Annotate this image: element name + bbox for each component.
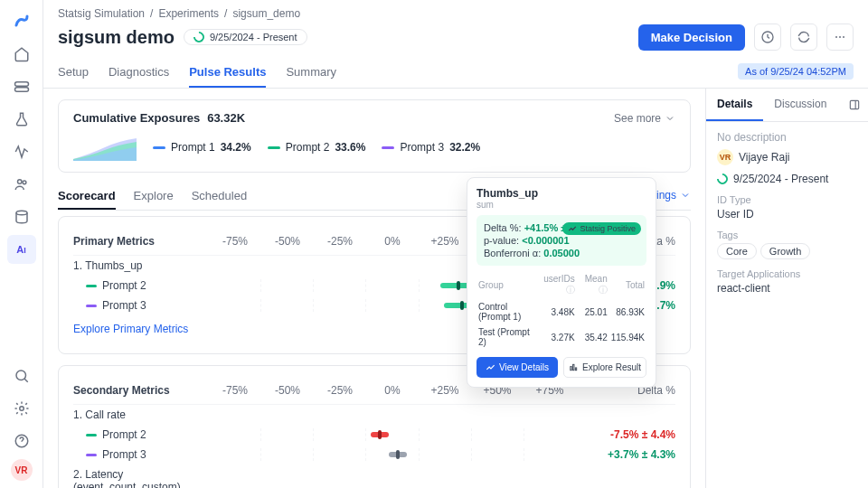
variant-name[interactable]: Prompt 2 bbox=[73, 428, 209, 441]
logo-icon[interactable] bbox=[7, 7, 36, 36]
see-more-link[interactable]: See more bbox=[614, 112, 675, 125]
delta-value: -7.5% ± 4.4% bbox=[576, 428, 675, 441]
status-ring-icon bbox=[191, 30, 206, 45]
refresh-icon[interactable] bbox=[790, 23, 817, 51]
no-description: No description bbox=[717, 131, 857, 144]
exposures-sparkline bbox=[73, 134, 137, 161]
metric-popover: Thumbs_up sum Statsig Positive Delta %: … bbox=[467, 177, 656, 388]
owner-row[interactable]: VR Vijaye Raji bbox=[717, 149, 857, 165]
primary-heading: Primary Metrics bbox=[73, 235, 209, 248]
tab-setup[interactable]: Setup bbox=[58, 58, 89, 88]
metric-name[interactable]: 1. Call rate bbox=[73, 408, 209, 421]
as-of-badge: As of 9/25/24 04:52PM bbox=[738, 63, 854, 80]
chevron-down-icon bbox=[680, 190, 691, 201]
legend-item[interactable]: Prompt 2 33.6% bbox=[268, 141, 366, 154]
tab-diagnostics[interactable]: Diagnostics bbox=[108, 58, 169, 88]
exposures-total: 63.32K bbox=[207, 111, 245, 125]
popover-table: Group userIDs ⓘ Mean ⓘ Total Control (Pr… bbox=[476, 271, 646, 350]
side-date: 9/25/2024 - Present bbox=[717, 173, 857, 185]
svg-point-6 bbox=[19, 407, 24, 411]
svg-rect-1 bbox=[14, 88, 28, 92]
main-tabs: Setup Diagnostics Pulse Results Summary … bbox=[43, 58, 868, 89]
ci-bar bbox=[209, 448, 576, 461]
target-value: react-client bbox=[717, 282, 857, 295]
delta-value: +3.7% ± 4.3% bbox=[576, 448, 675, 461]
crumb[interactable]: sigsum_demo bbox=[232, 7, 300, 20]
popover-title: Thumbs_up bbox=[476, 187, 646, 200]
ci-bar bbox=[209, 428, 576, 441]
page-title: sigsum demo bbox=[58, 27, 175, 48]
svg-point-4 bbox=[16, 211, 27, 215]
make-decision-button[interactable]: Make Decision bbox=[638, 24, 745, 51]
svg-rect-0 bbox=[14, 82, 28, 87]
side-tab-discussion[interactable]: Discussion bbox=[763, 89, 837, 121]
expand-icon[interactable] bbox=[841, 91, 868, 118]
exposures-title: Cumulative Exposures bbox=[73, 111, 200, 125]
help-icon[interactable] bbox=[7, 427, 36, 455]
more-icon[interactable] bbox=[826, 23, 854, 51]
svg-point-10 bbox=[839, 36, 841, 38]
home-icon[interactable] bbox=[7, 40, 36, 69]
view-details-button[interactable]: View Details bbox=[476, 357, 558, 378]
variant-name[interactable]: Prompt 2 bbox=[73, 279, 209, 292]
subtab-scheduled[interactable]: Scheduled bbox=[192, 183, 247, 210]
statsig-positive-badge: Statsig Positive bbox=[562, 222, 641, 235]
side-tab-details[interactable]: Details bbox=[706, 89, 763, 121]
popover-subtitle: sum bbox=[476, 200, 646, 210]
crumb[interactable]: Statsig Simulation bbox=[58, 7, 145, 20]
history-icon[interactable] bbox=[754, 23, 781, 51]
tab-pulse-results[interactable]: Pulse Results bbox=[189, 58, 266, 88]
tab-summary[interactable]: Summary bbox=[286, 58, 336, 88]
toggles-icon[interactable] bbox=[7, 72, 36, 101]
exposures-card: Cumulative Exposures 63.32K See more bbox=[58, 99, 691, 173]
left-nav-rail: AI VR bbox=[0, 0, 43, 488]
ai-icon[interactable]: AI bbox=[7, 235, 36, 264]
metric-name[interactable]: 1. Thumbs_up bbox=[73, 259, 209, 272]
database-icon[interactable] bbox=[7, 202, 36, 231]
pulse-icon[interactable] bbox=[7, 137, 36, 166]
metric-name[interactable]: 2. Latency (event_count_custom) bbox=[73, 468, 209, 488]
date-range-pill[interactable]: 9/25/2024 - Present bbox=[184, 29, 307, 45]
crumb[interactable]: Experiments bbox=[158, 7, 219, 20]
svg-rect-14 bbox=[575, 368, 576, 371]
target-label: Target Applications bbox=[717, 268, 857, 279]
legend-item[interactable]: Prompt 3 32.2% bbox=[382, 141, 480, 154]
svg-point-2 bbox=[17, 180, 22, 184]
variant-name[interactable]: Prompt 3 bbox=[73, 448, 209, 461]
tags-label: Tags bbox=[717, 230, 857, 240]
svg-rect-12 bbox=[571, 367, 571, 371]
explore-result-button[interactable]: Explore Result bbox=[563, 357, 646, 378]
owner-avatar-icon: VR bbox=[717, 149, 733, 165]
gear-icon[interactable] bbox=[7, 394, 36, 423]
legend-item[interactable]: Prompt 1 34.2% bbox=[153, 141, 251, 154]
idtype-value: User ID bbox=[717, 208, 857, 221]
status-ring-icon bbox=[715, 172, 731, 187]
user-avatar[interactable]: VR bbox=[11, 459, 33, 481]
tag-chip[interactable]: Growth bbox=[760, 243, 810, 259]
subtab-scorecard[interactable]: Scorecard bbox=[58, 183, 116, 210]
svg-point-5 bbox=[16, 371, 26, 380]
svg-rect-13 bbox=[573, 364, 574, 370]
subtab-explore[interactable]: Explore bbox=[134, 183, 174, 210]
secondary-heading: Secondary Metrics bbox=[73, 384, 209, 397]
users-icon[interactable] bbox=[7, 170, 36, 199]
svg-point-3 bbox=[23, 181, 26, 184]
breadcrumb: Statsig Simulation / Experiments / sigsu… bbox=[43, 0, 868, 20]
idtype-label: ID Type bbox=[717, 194, 857, 205]
search-icon[interactable] bbox=[7, 361, 36, 390]
svg-rect-15 bbox=[850, 100, 858, 108]
flask-icon[interactable] bbox=[7, 105, 36, 134]
explore-primary-link[interactable]: Explore Primary Metrics bbox=[73, 315, 188, 343]
svg-point-11 bbox=[843, 36, 844, 38]
details-panel: Details Discussion No description VR Vij… bbox=[705, 89, 868, 488]
tag-chip[interactable]: Core bbox=[717, 243, 757, 259]
variant-name[interactable]: Prompt 3 bbox=[73, 299, 209, 312]
svg-point-9 bbox=[835, 36, 837, 38]
